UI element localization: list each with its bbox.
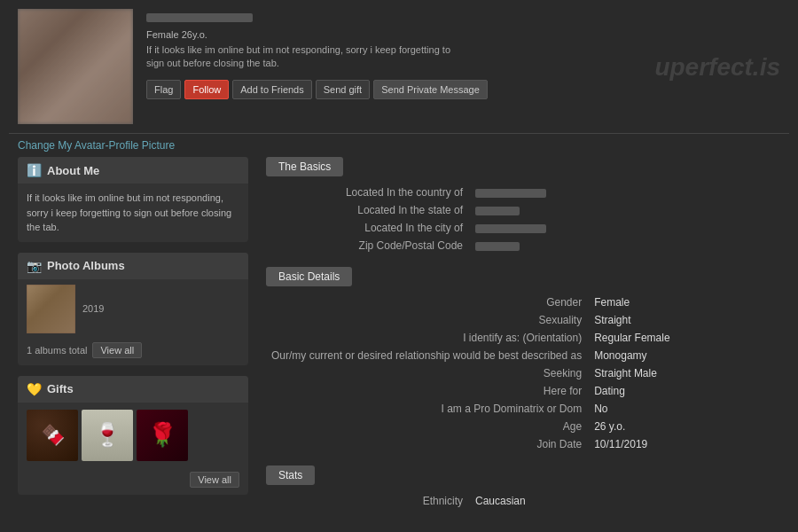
gifts-grid: 🍫 🍷 🌹	[18, 403, 248, 468]
about-me-content: If it looks like im online but im not re…	[18, 184, 248, 242]
about-me-header: ℹ️ About Me	[18, 157, 248, 184]
send-private-message-button[interactable]: Send Private Message	[373, 80, 488, 99]
placeholder-zip	[475, 242, 520, 251]
detail-label-6: I am a Pro Dominatrix or Dom	[266, 400, 589, 418]
table-row: I identify as: (Orientation) Regular Fem…	[266, 329, 780, 347]
table-row: Our/my current or desired relationship w…	[266, 347, 780, 364]
right-content: The Basics Located In the country of Loc…	[257, 157, 798, 532]
stats-table: Ethnicity Caucasian	[266, 492, 780, 510]
detail-value-0: Female	[589, 293, 780, 311]
placeholder-city	[475, 224, 546, 233]
albums-total-text: 1 albums total	[27, 345, 87, 356]
table-row: Zip Code/Postal Code	[266, 237, 780, 254]
about-me-title: About Me	[47, 164, 99, 177]
photo-album-row: 2019	[18, 279, 248, 339]
gift-wine: 🍷	[82, 410, 133, 461]
detail-label-3: Our/my current or desired relationship w…	[266, 347, 589, 364]
basic-details-table: Gender Female Sexuality Straight I ident…	[266, 293, 780, 453]
detail-label-5: Here for	[266, 382, 589, 400]
profile-bio: If it looks like im online but im not re…	[146, 43, 466, 71]
table-row: Located In the state of	[266, 201, 780, 219]
gifts-header: 💛 Gifts	[18, 376, 248, 403]
gift-chocolates: 🍫	[27, 410, 78, 461]
detail-value-3: Monogamy	[589, 347, 780, 364]
table-row: Here for Dating	[266, 382, 780, 400]
basics-value-1	[470, 201, 780, 219]
flag-button[interactable]: Flag	[146, 80, 181, 99]
detail-value-7: 26 y.o.	[589, 418, 780, 435]
action-buttons: Flag Follow Add to Friends Send gift Sen…	[146, 80, 780, 99]
profile-tagline: Female 26y.o.	[146, 29, 780, 40]
table-row: Sexuality Straight	[266, 311, 780, 329]
add-to-friends-button[interactable]: Add to Friends	[232, 80, 312, 99]
table-row: Located In the city of	[266, 219, 780, 237]
avatar	[18, 9, 133, 124]
basic-details-section: Basic Details Gender Female Sexuality St…	[266, 267, 780, 453]
albums-footer: 1 albums total View all	[18, 339, 248, 365]
table-row: Join Date 10/11/2019	[266, 435, 780, 453]
basics-table: Located In the country of Located In the…	[266, 184, 780, 254]
detail-value-4: Straight Male	[589, 364, 780, 382]
profile-header: Female 26y.o. If it looks like im online…	[0, 0, 798, 133]
basics-header: The Basics	[266, 157, 343, 176]
table-row: Ethnicity Caucasian	[266, 492, 780, 510]
detail-value-2: Regular Female	[589, 329, 780, 347]
change-avatar-link[interactable]: Change My Avatar-Profile Picture	[0, 134, 798, 157]
detail-label-7: Age	[266, 418, 589, 435]
gifts-section: 💛 Gifts 🍫 🍷 🌹 View all	[18, 376, 248, 495]
basics-label-3: Zip Code/Postal Code	[266, 237, 470, 254]
album-year: 2019	[82, 303, 104, 314]
placeholder-state	[475, 207, 520, 215]
photo-albums-icon: 📷	[27, 259, 42, 273]
gifts-title: Gifts	[47, 382, 74, 395]
basics-label-1: Located In the state of	[266, 201, 470, 219]
photo-albums-section: 📷 Photo Albums 2019 1 albums total View …	[18, 253, 248, 365]
gift-rose: 🌹	[137, 410, 188, 461]
table-row: Age 26 y.o.	[266, 418, 780, 435]
detail-value-6: No	[589, 400, 780, 418]
table-row: Gender Female	[266, 293, 780, 311]
basics-value-0	[470, 184, 780, 201]
gifts-footer: View all	[18, 468, 248, 495]
basics-value-2	[470, 219, 780, 237]
about-me-section: ℹ️ About Me If it looks like im online b…	[18, 157, 248, 242]
stats-section: Stats Ethnicity Caucasian	[266, 466, 780, 510]
basics-label-0: Located In the country of	[266, 184, 470, 201]
table-row: Located In the country of	[266, 184, 780, 201]
table-row: I am a Pro Dominatrix or Dom No	[266, 400, 780, 418]
photo-albums-header: 📷 Photo Albums	[18, 253, 248, 279]
detail-label-8: Join Date	[266, 435, 589, 453]
basics-label-2: Located In the city of	[266, 219, 470, 237]
table-row: Seeking Straight Male	[266, 364, 780, 382]
album-thumbnail	[27, 285, 75, 333]
gifts-view-all-button[interactable]: View all	[190, 472, 239, 488]
profile-info: Female 26y.o. If it looks like im online…	[146, 9, 780, 99]
basics-value-3	[470, 237, 780, 254]
stats-label-0: Ethnicity	[266, 492, 470, 510]
detail-label-4: Seeking	[266, 364, 589, 382]
stats-value-0: Caucasian	[470, 492, 780, 510]
about-me-icon: ℹ️	[27, 163, 42, 177]
basics-section: The Basics Located In the country of Loc…	[266, 157, 780, 254]
gifts-icon: 💛	[27, 382, 42, 396]
photo-albums-view-all-button[interactable]: View all	[92, 342, 142, 358]
placeholder-country	[475, 189, 546, 198]
detail-label-1: Sexuality	[266, 311, 589, 329]
username-bar	[146, 13, 253, 22]
left-sidebar: ℹ️ About Me If it looks like im online b…	[0, 157, 257, 532]
detail-value-5: Dating	[589, 382, 780, 400]
stats-header: Stats	[266, 466, 315, 485]
page-wrapper: Female 26y.o. If it looks like im online…	[0, 0, 798, 532]
detail-value-8: 10/11/2019	[589, 435, 780, 453]
main-content: ℹ️ About Me If it looks like im online b…	[0, 157, 798, 532]
detail-label-2: I identify as: (Orientation)	[266, 329, 589, 347]
album-thumb-image	[27, 285, 75, 333]
basic-details-header: Basic Details	[266, 267, 352, 286]
detail-value-1: Straight	[589, 311, 780, 329]
detail-label-0: Gender	[266, 293, 589, 311]
avatar-image	[18, 9, 133, 124]
photo-albums-title: Photo Albums	[47, 259, 125, 272]
send-gift-button[interactable]: Send gift	[316, 80, 370, 99]
follow-button[interactable]: Follow	[184, 80, 229, 99]
